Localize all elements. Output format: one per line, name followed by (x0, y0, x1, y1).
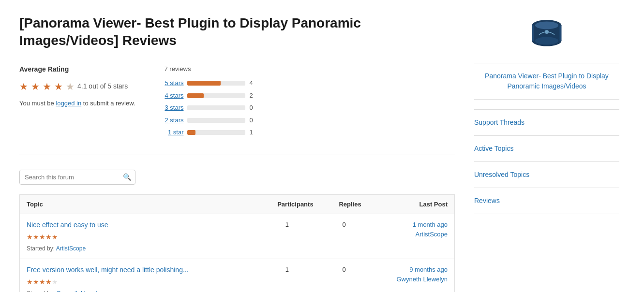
sidebar-item-unresolved-topics[interactable]: Unresolved Topics (474, 162, 619, 188)
rating-bar-fill (187, 93, 204, 98)
rating-bar-track (187, 105, 245, 110)
rating-bar-track (187, 118, 245, 123)
rating-bar-fill (187, 81, 220, 86)
search-wrapper: 🔍 (19, 170, 135, 185)
topic-author-link[interactable]: ArtistScope (56, 245, 86, 252)
last-post-time: 9 months ago (375, 265, 448, 275)
stars-display: ★ ★ ★ ★ ★ 4.1 out of 5 stars (19, 79, 135, 94)
rating-row: 5 stars4 (164, 78, 455, 88)
col-last-post: Last Post (368, 194, 455, 214)
rating-bar-track (187, 130, 245, 135)
rating-row-count: 4 (249, 78, 255, 88)
sidebar-plugin-link[interactable]: Panorama Viewer- Best Plugin to Display … (474, 63, 619, 100)
main-content: [Panorama Viewer- Best Plugin to Display… (19, 15, 455, 292)
login-text: You must be logged in to submit a review… (19, 99, 135, 108)
topic-cell: Free version works well, might need a li… (20, 259, 254, 292)
rating-row: 4 stars2 (164, 91, 455, 101)
star-2: ★ (33, 278, 39, 286)
sidebar-links: Support ThreadsActive TopicsUnresolved T… (474, 110, 619, 214)
sidebar-item-support-threads[interactable]: Support Threads (474, 110, 619, 136)
participants-cell: 1 (254, 259, 320, 292)
topic-cell: Nice effect and easy to use★★★★★Started … (20, 214, 254, 259)
topic-stars: ★★★★★ (27, 277, 247, 287)
star-5: ★ (52, 278, 58, 286)
rating-bar-track (187, 81, 245, 86)
average-rating-label: Average Rating (19, 64, 135, 74)
rating-bar-track (187, 93, 245, 98)
rating-row-label[interactable]: 2 stars (164, 116, 183, 125)
rating-row: 2 stars0 (164, 116, 455, 125)
rating-number: 4.1 out of 5 stars (77, 81, 128, 91)
star-5: ★ (66, 79, 75, 94)
svg-point-5 (545, 30, 549, 34)
table-row: Free version works well, might need a li… (20, 259, 455, 292)
last-post-author: Gwyneth Llewelyn (375, 275, 448, 284)
search-section: 🔍 (19, 170, 455, 185)
svg-rect-7 (559, 25, 561, 41)
star-3: ★ (39, 278, 45, 286)
rating-row-count: 1 (249, 128, 255, 137)
star-2: ★ (33, 233, 39, 241)
table-row: Nice effect and easy to use★★★★★Started … (20, 214, 455, 259)
svg-point-3 (535, 21, 558, 29)
sidebar-plugin-section: Panorama Viewer- Best Plugin to Display … (474, 15, 619, 110)
col-replies: Replies (320, 194, 368, 214)
star-3: ★ (39, 233, 45, 241)
star-4: ★ (45, 233, 52, 241)
rating-bar-fill (187, 130, 195, 135)
topics-table: Topic Participants Replies Last Post Nic… (19, 194, 455, 292)
replies-cell: 0 (320, 259, 368, 292)
last-post-cell: 9 months agoGwyneth Llewelyn (368, 259, 455, 292)
rating-row-label[interactable]: 4 stars (164, 91, 183, 101)
rating-row-label[interactable]: 3 stars (164, 103, 183, 113)
col-topic: Topic (20, 194, 254, 214)
star-2: ★ (31, 79, 40, 94)
rating-row: 3 stars0 (164, 103, 455, 113)
sidebar: Panorama Viewer- Best Plugin to Display … (474, 15, 619, 292)
star-5: ★ (52, 233, 58, 241)
last-post-time: 1 month ago (375, 220, 448, 230)
rating-row-label[interactable]: 5 stars (164, 78, 183, 88)
topic-stars: ★★★★★ (27, 232, 247, 242)
participants-cell: 1 (254, 214, 320, 259)
rating-bars: 5 stars44 stars23 stars02 stars01 star1 (164, 78, 455, 137)
topic-title-link[interactable]: Nice effect and easy to use (27, 221, 108, 229)
sidebar-item-active-topics[interactable]: Active Topics (474, 136, 619, 162)
star-3: ★ (43, 79, 51, 94)
rating-row-count: 0 (249, 103, 255, 113)
reviews-count-label: 7 reviews (164, 64, 455, 74)
search-input[interactable] (20, 170, 119, 184)
rating-row-label[interactable]: 1 star (164, 128, 183, 137)
col-participants: Participants (254, 194, 320, 214)
rating-row-count: 0 (249, 116, 255, 125)
replies-cell: 0 (320, 214, 368, 259)
last-post-author: ArtistScope (375, 230, 448, 239)
topic-title-link[interactable]: Free version works well, might need a li… (27, 266, 189, 274)
rating-row-count: 2 (249, 91, 255, 101)
login-link[interactable]: logged in (56, 100, 81, 107)
average-rating-block: Average Rating ★ ★ ★ ★ ★ 4.1 out of 5 st… (19, 64, 135, 140)
svg-rect-6 (532, 25, 534, 41)
star-1: ★ (27, 278, 33, 286)
page-title: [Panorama Viewer- Best Plugin to Display… (19, 15, 455, 50)
search-icon: 🔍 (123, 173, 131, 181)
last-post-cell: 1 month agoArtistScope (368, 214, 455, 259)
table-header-row: Topic Participants Replies Last Post (20, 194, 455, 214)
plugin-icon (527, 15, 566, 53)
svg-point-4 (535, 37, 558, 44)
topic-author-link[interactable]: Gwyneth Llewelyn (56, 290, 103, 292)
search-button[interactable]: 🔍 (119, 170, 135, 184)
reviews-breakdown: 7 reviews 5 stars44 stars23 stars02 star… (164, 64, 455, 140)
rating-row: 1 star1 (164, 128, 455, 137)
table-body: Nice effect and easy to use★★★★★Started … (20, 214, 455, 292)
star-1: ★ (27, 233, 33, 241)
star-1: ★ (19, 79, 28, 94)
topic-meta: Started by: ArtistScope (27, 244, 247, 253)
star-4: ★ (54, 79, 63, 94)
topic-meta: Started by: Gwyneth Llewelyn (27, 289, 247, 292)
star-4: ★ (45, 278, 52, 286)
sidebar-item-reviews[interactable]: Reviews (474, 188, 619, 214)
rating-section: Average Rating ★ ★ ★ ★ ★ 4.1 out of 5 st… (19, 64, 455, 155)
